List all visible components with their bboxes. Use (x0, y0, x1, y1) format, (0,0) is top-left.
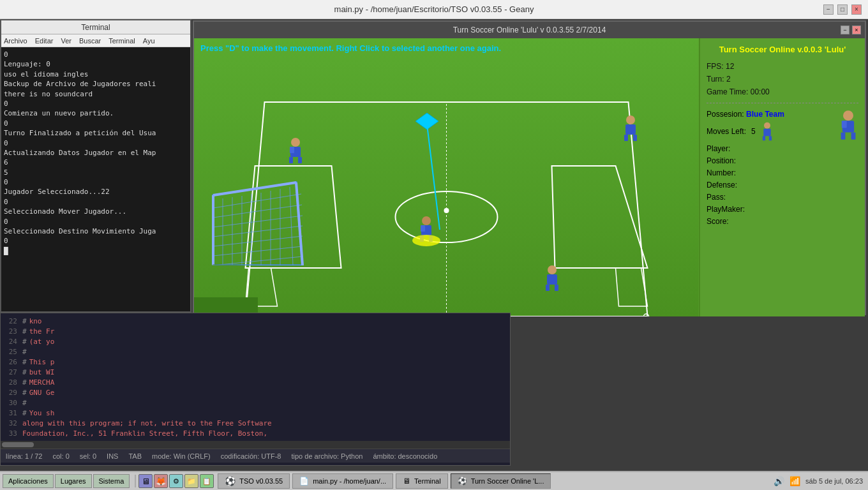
taskbar-item-terminal[interactable]: 🖥 Terminal (396, 473, 448, 489)
minimize-btn[interactable]: − (823, 4, 834, 15)
quicklaunch-2[interactable]: 🦊 (154, 474, 168, 488)
taskbar-places[interactable]: Lugares (55, 474, 92, 488)
editor-line-30: 30 # (3, 397, 507, 408)
defense-label: Defense: (707, 181, 737, 189)
terminal-line-5: 0 (4, 99, 188, 108)
titlebar-controls: − □ × (823, 4, 862, 15)
editor-line-26: 26 # This p (3, 357, 507, 367)
svg-rect-49 (624, 135, 628, 141)
terminal-line-14: Jugador Seleccionado...22 (4, 187, 188, 197)
svg-rect-54 (555, 285, 558, 291)
status-line: línea: 1 / 72 (6, 452, 43, 460)
terminal-line-3: Backup de Archivo de Jugadores reali (4, 79, 188, 89)
menu-archivo[interactable]: Archivo (4, 37, 27, 45)
taskbar-tray: 🔊 📶 sáb 5 de jul, 06:23 (774, 476, 868, 486)
info-divider (707, 103, 858, 103)
maximize-btn[interactable]: □ (837, 4, 848, 15)
playmaker-label: PlayMaker: (707, 205, 745, 214)
editor-line-31: 31 # You sh (3, 408, 507, 418)
svg-line-33 (296, 182, 303, 265)
svg-rect-53 (546, 285, 550, 291)
player-label: Player: (707, 144, 730, 153)
game-close-btn[interactable]: × (852, 26, 861, 34)
terminal-line-17: 0 (4, 217, 188, 226)
svg-rect-60 (763, 129, 770, 136)
editor-scrollbar-thumb[interactable] (2, 442, 34, 447)
svg-rect-61 (763, 136, 765, 140)
number-row: Number: (707, 168, 833, 177)
editor-line-29: 29 # GNU Ge (3, 387, 507, 397)
taskbar-item-soccer-icon: ⚽ (458, 477, 467, 486)
moves-row: Moves Left: 5 (707, 122, 833, 141)
taskbar-apps[interactable]: Aplicaciones (3, 474, 54, 488)
svg-rect-65 (841, 132, 846, 139)
score-label: Score: (707, 217, 729, 226)
info-fields: Possesion: Blue Team Moves Left: 5 (707, 110, 833, 229)
quicklaunch-3[interactable]: ⚙ (169, 474, 183, 488)
move-diamond (414, 112, 440, 133)
game-min-btn[interactable]: − (841, 26, 849, 34)
tray-volume[interactable]: 🔊 (774, 476, 784, 486)
moves-value: 5 (751, 127, 756, 136)
menu-ayu[interactable]: Ayu (143, 37, 155, 45)
editor-scrollbar[interactable] (1, 441, 510, 449)
editor-line-33: 33 Foundation, Inc., 51 Franklin Street,… (3, 428, 507, 438)
terminal-line-13: 0 (4, 177, 188, 187)
tray-network[interactable]: 📶 (789, 476, 800, 486)
player-right-middle (543, 265, 561, 294)
taskbar: Aplicaciones Lugares Sistema 🖥 🦊 ⚙ 📁 📋 ⚽… (0, 471, 868, 490)
main-titlebar: main.py - /home/juan/Escritorio/TSO v0.0… (0, 0, 868, 19)
close-btn[interactable]: × (851, 4, 862, 15)
editor-window: 22 # kno 23 # the Fr 24 # (at yo 25 # 26… (0, 313, 511, 466)
menu-terminal[interactable]: Terminal (108, 37, 135, 45)
svg-marker-35 (415, 113, 438, 130)
info-player-section: Possesion: Blue Team Moves Left: 5 (707, 110, 858, 229)
terminal-line-8: Turno Finalizado a petición del Usua (4, 128, 188, 138)
svg-point-63 (843, 110, 853, 121)
editor-line-23: 23 # the Fr (3, 326, 507, 336)
svg-line-25 (213, 205, 302, 218)
terminal-line-7: 0 (4, 119, 188, 128)
svg-line-26 (213, 216, 303, 227)
quicklaunch-5[interactable]: 📋 (200, 474, 214, 488)
taskbar-item-tso[interactable]: ⚽ TSO v0.03.55 (218, 473, 290, 489)
terminal-line-9: 0 (4, 138, 188, 148)
status-scope: ámbito: desconocido (373, 452, 437, 460)
quicklaunch-1[interactable]: 🖥 (138, 474, 153, 488)
score-row: Score: (707, 217, 833, 226)
status-col: col: 0 (53, 452, 70, 460)
taskbar-item-tso-label: TSO v0.03.55 (239, 477, 283, 485)
menu-buscar[interactable]: Buscar (79, 37, 101, 45)
moves-label: Moves Left: (707, 127, 746, 136)
taskbar-item-soccer[interactable]: ⚽ Turn Soccer Online 'L... (451, 473, 551, 489)
taskbar-item-terminal-icon: 🖥 (403, 477, 410, 486)
terminal-line-12: 5 (4, 168, 188, 177)
taskbar-item-editor[interactable]: 📄 main.py - /home/juan/... (292, 473, 393, 489)
editor-line-24: 24 # (at yo (3, 336, 507, 346)
quicklaunch-icons: 🖥 🦊 ⚙ 📁 📋 (138, 474, 214, 488)
possesion-label: Possesion: (707, 110, 744, 119)
player-row: Player: (707, 144, 833, 153)
turn-label: Turn: (707, 75, 724, 84)
moves-player-sprite (761, 122, 774, 141)
taskbar-item-editor-icon: 📄 (299, 477, 309, 486)
quicklaunch-4[interactable]: 📁 (184, 474, 198, 488)
field-area[interactable]: Press "D" to make the movement. Right Cl… (194, 38, 699, 316)
status-tab: TAB (128, 452, 142, 460)
terminal-line-15: 0 (4, 197, 188, 207)
terminal-content[interactable]: 0 Lenguaje: 0 uso el idioma ingles Backu… (1, 47, 190, 310)
taskbar-system[interactable]: Sistema (93, 474, 130, 488)
terminal-titlebar: Terminal (1, 20, 190, 34)
svg-line-29 (213, 246, 303, 256)
svg-line-28 (213, 236, 303, 246)
turn-row: Turn: 2 (707, 75, 858, 84)
editor-content[interactable]: 22 # kno 23 # the Fr 24 # (at yo 25 # 26… (1, 313, 510, 441)
svg-line-31 (213, 182, 296, 195)
gametime-label: Game Time: (707, 87, 748, 96)
taskbar-item-terminal-label: Terminal (414, 477, 441, 485)
fps-label: FPS: (707, 62, 724, 71)
editor-line-28: 28 # MERCHA (3, 377, 507, 387)
menu-ver[interactable]: Ver (61, 37, 71, 45)
status-sel: sel: 0 (80, 452, 96, 460)
menu-editar[interactable]: Editar (35, 37, 54, 45)
